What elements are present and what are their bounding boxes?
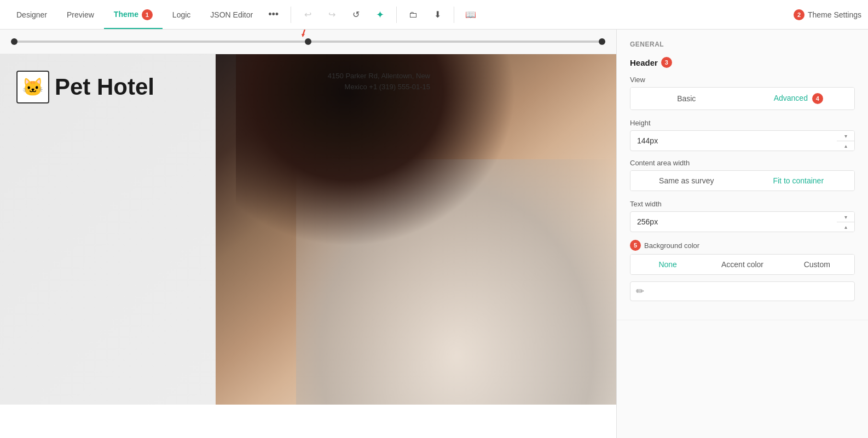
- paint-icon: ✦: [376, 9, 384, 21]
- book-icon: 📖: [465, 9, 476, 20]
- text-width-up-button[interactable]: ▴: [837, 222, 854, 232]
- download-button[interactable]: ⬇: [427, 5, 447, 25]
- svg-line-0: [303, 30, 308, 36]
- nav-divider: [291, 7, 291, 23]
- theme-settings: 2 Theme Settings: [794, 9, 861, 20]
- text-width-arrows: ▾ ▴: [837, 212, 854, 232]
- survey-inner: Page 1 of 3 🐱: [0, 54, 616, 438]
- bg-color-label: 5 Background color: [630, 240, 855, 251]
- slider-track[interactable]: [11, 41, 605, 43]
- svg-marker-1: [302, 34, 305, 37]
- nav-divider-3: [454, 7, 454, 23]
- survey-canvas: Page 1 of 3 🐱: [0, 54, 616, 438]
- slider-container: [0, 30, 616, 54]
- top-navigation: Designer Preview Theme 1 Logic JSON Edit…: [0, 0, 868, 30]
- general-section: General Header 3 View Basic Advanced 4: [617, 30, 868, 320]
- hero-image: [216, 54, 616, 405]
- tab-logic[interactable]: Logic: [163, 2, 200, 28]
- main-area: Page 1 of 3 🐱: [0, 30, 868, 438]
- survey-title: Pet Hotel: [55, 74, 154, 100]
- hero-section: 🐱 Pet Hotel 4150 Parker Rd, Allentown, N…: [0, 54, 616, 405]
- header-badge: 3: [661, 57, 672, 68]
- color-picker-row[interactable]: ✏: [630, 281, 855, 301]
- chevron-down-icon: ▾: [844, 133, 847, 139]
- view-toggle: Basic Advanced 4: [630, 87, 855, 110]
- right-panel: General Header 3 View Basic Advanced 4: [616, 30, 868, 438]
- tab-preview[interactable]: Preview: [57, 2, 104, 28]
- address-overlay: 4150 Parker Rd, Allentown, New Mexico +1…: [328, 71, 430, 92]
- theme-settings-badge: 2: [794, 9, 805, 20]
- tab-json-editor[interactable]: JSON Editor: [200, 2, 263, 28]
- book-button[interactable]: 📖: [461, 5, 481, 25]
- bg-color-row: 5 Background color None Accent color Cus…: [630, 240, 855, 301]
- tab-designer[interactable]: Designer: [7, 2, 57, 28]
- nav-tools-2: 🗀 ⬇: [403, 5, 447, 25]
- pencil-icon: ✏: [636, 285, 644, 297]
- nav-divider-2: [396, 7, 397, 23]
- height-arrows: ▾ ▴: [837, 131, 854, 151]
- text-width-down-button[interactable]: ▾: [837, 212, 854, 222]
- view-basic-button[interactable]: Basic: [630, 88, 743, 110]
- survey-logo-area: 🐱 Pet Hotel: [16, 71, 154, 103]
- undo-icon: ↩: [304, 9, 311, 20]
- bg-custom-button[interactable]: Custom: [780, 255, 854, 274]
- refresh-button[interactable]: ↺: [346, 5, 366, 25]
- general-section-title: General: [630, 41, 855, 48]
- paint-button[interactable]: ✦: [370, 5, 390, 25]
- advanced-badge: 4: [812, 93, 823, 104]
- content-width-row: Content area width Same as survey Fit to…: [630, 159, 855, 191]
- view-advanced-button[interactable]: Advanced 4: [743, 88, 855, 110]
- folder-icon: 🗀: [409, 10, 418, 20]
- height-label: Height: [630, 119, 855, 127]
- bg-none-button[interactable]: None: [630, 255, 705, 274]
- undo-button[interactable]: ↩: [298, 5, 317, 25]
- view-label: View: [630, 76, 855, 84]
- header-label-row: Header 3: [630, 57, 855, 68]
- slider-thumb-left[interactable]: [11, 38, 18, 45]
- nav-more-button[interactable]: •••: [263, 0, 284, 29]
- redo-icon: ↪: [328, 9, 335, 20]
- text-width-label: Text width: [630, 200, 855, 208]
- tab-theme[interactable]: Theme 1: [104, 1, 163, 29]
- chevron-up-icon: ▴: [844, 143, 847, 149]
- height-up-button[interactable]: ▴: [837, 141, 854, 151]
- text-width-input-row: 256px ▾ ▴: [630, 211, 855, 232]
- nav-tabs: Designer Preview Theme 1 Logic JSON Edit…: [7, 0, 284, 29]
- slider-thumb-right[interactable]: [599, 38, 605, 45]
- theme-tab-badge: 1: [142, 9, 153, 20]
- height-input-row: 144px ▾ ▴: [630, 130, 855, 151]
- chevron-down-icon-2: ▾: [844, 214, 847, 220]
- address-line1: 4150 Parker Rd, Allentown, New: [328, 71, 430, 82]
- header-label: Header: [630, 58, 658, 67]
- refresh-icon: ↺: [352, 9, 360, 20]
- folder-button[interactable]: 🗀: [403, 5, 423, 25]
- address-line2: Mexico +1 (319) 555-01-15: [328, 82, 430, 93]
- same-as-survey-button[interactable]: Same as survey: [630, 171, 743, 191]
- content-width-toggle: Same as survey Fit to container: [630, 170, 855, 191]
- height-down-button[interactable]: ▾: [837, 131, 854, 141]
- text-width-value: 256px: [630, 213, 837, 230]
- height-value: 144px: [630, 132, 837, 149]
- slider-thumb-middle[interactable]: [305, 38, 311, 45]
- preview-area: Page 1 of 3 🐱: [0, 30, 616, 438]
- fit-to-container-button[interactable]: Fit to container: [743, 171, 855, 191]
- redo-button[interactable]: ↪: [322, 5, 342, 25]
- theme-settings-label: Theme Settings: [808, 10, 861, 19]
- bg-accent-button[interactable]: Accent color: [705, 255, 779, 274]
- height-row: Height 144px ▾ ▴: [630, 119, 855, 151]
- chevron-up-icon-2: ▴: [844, 224, 847, 230]
- text-width-row: Text width 256px ▾ ▴: [630, 200, 855, 232]
- view-row: View Basic Advanced 4: [630, 76, 855, 110]
- bg-color-toggle: None Accent color Custom: [630, 254, 855, 275]
- cat-logo-icon: 🐱: [22, 77, 44, 97]
- content-width-label: Content area width: [630, 159, 855, 167]
- bg-color-badge: 5: [630, 240, 641, 251]
- download-icon: ⬇: [434, 9, 441, 20]
- cat-logo: 🐱: [16, 71, 49, 103]
- nav-tools: ↩ ↪ ↺ ✦: [298, 5, 390, 25]
